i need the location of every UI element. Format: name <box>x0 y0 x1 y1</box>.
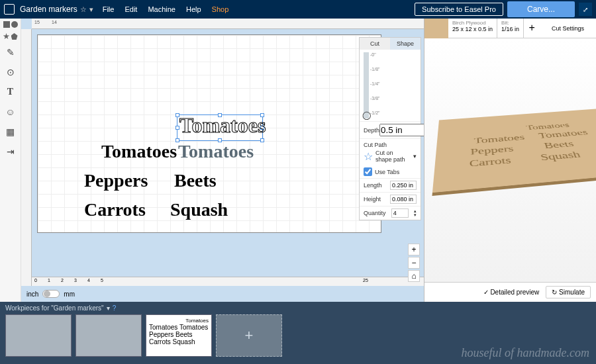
design-canvas[interactable]: 1514 Tomatoes Tomatoes Tomatoes Peppers … <box>21 19 424 302</box>
workpieces-caret-icon[interactable]: ▾ <box>107 304 110 312</box>
project-title[interactable]: Garden markers <box>20 5 77 14</box>
apps-tool-icon[interactable]: ▦ <box>3 124 18 139</box>
resize-handle[interactable] <box>260 138 264 142</box>
material-swatch-icon[interactable] <box>424 19 448 38</box>
app-header: Garden markers ☆ ▾ File Edit Machine Hel… <box>0 0 596 19</box>
detailed-preview-toggle[interactable]: ✓ Detailed preview <box>483 289 540 296</box>
shape-square-circle[interactable] <box>3 21 18 28</box>
easel-logo-icon <box>4 4 15 15</box>
depth-input[interactable] <box>379 124 424 136</box>
unit-toggle[interactable] <box>42 290 60 298</box>
ruler-top: 1514 <box>32 19 424 29</box>
qty-input[interactable] <box>391 208 409 218</box>
subscribe-button[interactable]: Subscribe to Easel Pro <box>415 3 503 16</box>
preview-footer: ✓ Detailed preview ↻ Simulate <box>424 282 596 302</box>
zoom-controls: + − ⌂ <box>408 244 420 282</box>
cutpath-label: Cut Path <box>364 142 417 148</box>
height-input[interactable] <box>390 195 417 204</box>
depth-label: Depth <box>364 127 379 134</box>
use-tabs-checkbox[interactable] <box>364 167 372 176</box>
icons-tool-icon[interactable]: ☺ <box>3 105 18 119</box>
text-tomatoes-outline[interactable]: Tomatoes <box>179 113 266 138</box>
drill-tool-icon[interactable]: ⊙ <box>3 65 18 79</box>
watermark: houseful of handmade.com <box>462 346 589 360</box>
workpieces-label: Workpieces for "Garden markers" <box>5 304 104 312</box>
add-bit-button[interactable]: + <box>524 19 540 38</box>
length-input[interactable] <box>390 181 417 190</box>
tab-cut[interactable]: Cut <box>360 38 390 50</box>
zoom-in-button[interactable]: + <box>408 244 420 255</box>
cutpath-star-icon: ☆ <box>364 150 373 163</box>
expand-arrows-icon[interactable]: ⤢ <box>579 3 592 16</box>
carve-button[interactable]: Carve... <box>507 1 575 17</box>
length-label: Length <box>364 182 382 189</box>
import-tool-icon[interactable]: ⇥ <box>3 144 18 159</box>
preview-header: Birch Plywood 25 x 12 x 0.5 in Bit: 1/16… <box>424 19 596 38</box>
menu-help[interactable]: Help <box>186 5 201 13</box>
menu-shop[interactable]: Shop <box>212 5 229 13</box>
preview-panel: Birch Plywood 25 x 12 x 0.5 in Bit: 1/16… <box>424 19 596 302</box>
menu-machine[interactable]: Machine <box>148 5 175 13</box>
ruler-bottom: 012 345 25 <box>32 277 424 286</box>
favorite-star-icon[interactable]: ☆ <box>80 5 87 14</box>
menu-edit[interactable]: Edit <box>124 5 137 13</box>
cut-settings-button[interactable]: Cut Settings <box>540 19 596 38</box>
qty-label: Quantity <box>364 210 386 216</box>
workpiece-area[interactable]: Tomatoes Tomatoes Tomatoes Peppers Beets… <box>37 34 381 233</box>
depth-slider[interactable]: -0" -1/8" -1/4" -3/8" -1/2" ◯ <box>364 52 417 118</box>
zoom-out-button[interactable]: − <box>408 257 420 269</box>
menu-file[interactable]: File <box>103 5 115 13</box>
workpieces-help-icon[interactable]: ? <box>113 304 117 312</box>
left-toolbar: ✎ ⊙ T ☺ ▦ ⇥ <box>0 19 21 302</box>
add-workpiece-button[interactable]: + <box>216 314 282 357</box>
workpieces-bar: Workpieces for "Garden markers" ▾ ? Toma… <box>0 302 596 364</box>
tab-shape[interactable]: Shape <box>390 38 421 50</box>
text-tool-icon[interactable]: T <box>3 85 18 99</box>
simulate-button[interactable]: ↻ Simulate <box>546 286 591 298</box>
text-tomatoes-2[interactable]: Tomatoes <box>178 141 254 162</box>
workpiece-thumb-2[interactable] <box>75 314 142 357</box>
cutpath-value[interactable]: Cut on shape path <box>375 150 411 163</box>
use-tabs-label: Use Tabs <box>375 169 399 175</box>
workpiece-thumb-3[interactable]: Tomatoes Tomatoes Tomatoes Peppers Beets… <box>146 314 212 357</box>
material-info[interactable]: Birch Plywood 25 x 12 x 0.5 in <box>448 19 497 38</box>
dropdown-caret-icon[interactable]: ▾ <box>89 5 93 14</box>
text-squash[interactable]: Squash <box>170 199 228 220</box>
properties-panel: Cut Shape -0" -1/8" -1/4" -3/8" -1/2" ◯ … <box>359 37 421 220</box>
workpiece-thumb-1[interactable] <box>5 314 72 357</box>
pen-tool-icon[interactable]: ✎ <box>3 45 18 60</box>
text-carrots[interactable]: Carrots <box>84 199 146 220</box>
depth-handle-icon[interactable]: ◯ <box>362 111 371 120</box>
bit-info[interactable]: Bit: 1/16 in <box>497 19 524 38</box>
canvas-footer: inch mm <box>21 286 424 302</box>
text-beets[interactable]: Beets <box>174 170 217 191</box>
main-row: ✎ ⊙ T ☺ ▦ ⇥ 1514 Tomatoes <box>0 19 596 302</box>
height-label: Height <box>364 196 381 203</box>
cutpath-caret-icon[interactable]: ▾ <box>413 153 417 159</box>
main-menu: File Edit Machine Help Shop <box>103 5 229 13</box>
ruler-left <box>21 29 32 302</box>
preview-3d-viewport[interactable]: Tomatoes Tomatoes Tomatoes Peppers Beets… <box>424 38 596 282</box>
text-peppers[interactable]: Peppers <box>84 170 148 191</box>
qty-stepper[interactable]: ▴▾ <box>414 209 417 217</box>
unit-mm[interactable]: mm <box>64 291 75 298</box>
preview-board: Tomatoes Tomatoes Tomatoes Peppers Beets… <box>432 109 596 193</box>
text-tomatoes-1[interactable]: Tomatoes <box>101 141 177 162</box>
shape-star-pentagon[interactable] <box>3 33 18 40</box>
zoom-fit-button[interactable]: ⌂ <box>408 270 420 282</box>
unit-inch[interactable]: inch <box>26 291 38 298</box>
